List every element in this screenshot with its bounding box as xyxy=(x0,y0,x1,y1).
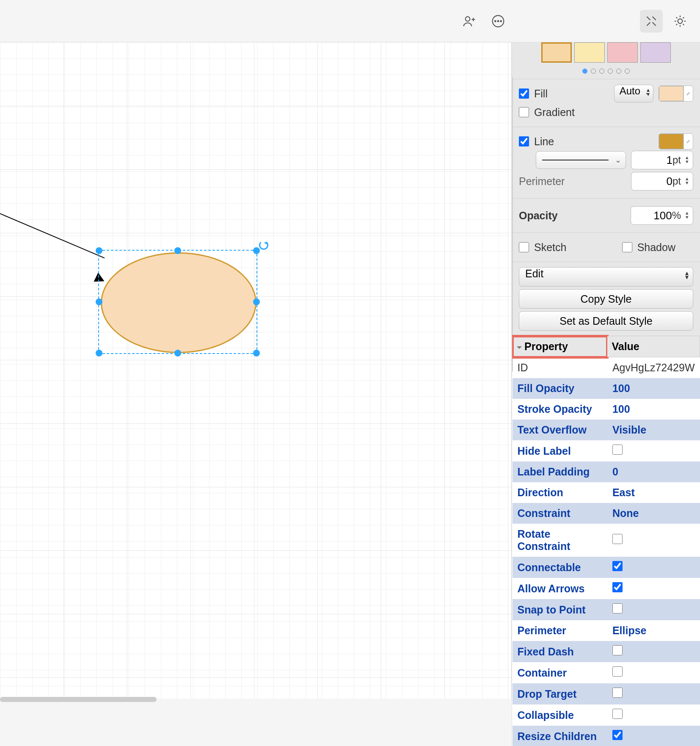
property-checkbox[interactable] xyxy=(612,709,623,719)
color-swatch[interactable] xyxy=(541,42,572,63)
line-width-input[interactable] xyxy=(637,154,672,167)
resize-handle-ne[interactable] xyxy=(253,247,260,254)
property-value[interactable]: 100 xyxy=(607,378,700,399)
fill-checkbox[interactable] xyxy=(519,88,529,99)
pager-dot[interactable] xyxy=(625,69,630,74)
property-row[interactable]: DirectionEast xyxy=(513,482,700,503)
property-row[interactable]: Allow Arrows xyxy=(513,578,700,599)
property-row[interactable]: Drop Target xyxy=(513,683,700,705)
pager-dot[interactable] xyxy=(582,69,587,74)
color-swatch[interactable] xyxy=(640,42,671,63)
property-row[interactable]: Hide Label xyxy=(513,440,700,461)
property-checkbox[interactable] xyxy=(612,688,623,698)
theme-button[interactable] xyxy=(669,10,692,33)
line-width-field[interactable]: pt ▴▾ xyxy=(631,151,693,169)
property-row[interactable]: Container xyxy=(513,662,700,683)
property-row[interactable]: PerimeterEllipse xyxy=(513,620,700,641)
fill-color-chip[interactable] xyxy=(659,86,693,102)
sketch-checkbox[interactable] xyxy=(519,242,529,252)
resize-handle-nw[interactable] xyxy=(96,247,102,254)
color-swatch[interactable] xyxy=(574,42,605,63)
line-color-chip[interactable] xyxy=(659,133,693,149)
property-checkbox[interactable] xyxy=(612,445,623,455)
edit-menu[interactable]: Edit▴▾ xyxy=(519,267,693,287)
fill-mode-select[interactable]: Auto▴▾ xyxy=(614,85,653,102)
set-default-style-button[interactable]: Set as Default Style xyxy=(519,311,693,331)
pager-dot[interactable] xyxy=(608,69,613,74)
resize-handle-se[interactable] xyxy=(253,350,260,356)
resize-handle-sw[interactable] xyxy=(96,350,102,356)
line-checkbox[interactable] xyxy=(519,136,529,146)
property-checkbox[interactable] xyxy=(612,561,623,571)
selected-shape[interactable] xyxy=(98,250,257,354)
property-value xyxy=(607,662,700,683)
property-value[interactable]: 0 xyxy=(607,461,700,482)
palette-pager[interactable] xyxy=(512,68,700,79)
property-value[interactable]: 100 xyxy=(607,399,700,420)
tools-icon xyxy=(645,14,658,28)
opacity-field[interactable]: % ▴▾ xyxy=(631,206,693,225)
svg-point-5 xyxy=(678,19,683,23)
property-checkbox[interactable] xyxy=(612,534,623,544)
property-checkbox[interactable] xyxy=(612,666,623,677)
property-row[interactable]: IDAgvHgLz72429W xyxy=(513,357,700,379)
pager-dot[interactable] xyxy=(599,69,604,74)
canvas[interactable] xyxy=(0,42,512,699)
property-key: Collapsible xyxy=(513,705,607,726)
line-style-select[interactable]: ⌄ xyxy=(536,151,626,169)
value-header[interactable]: Value xyxy=(607,336,700,357)
resize-handle-s[interactable] xyxy=(174,350,181,356)
property-checkbox[interactable] xyxy=(612,603,623,613)
property-row[interactable]: Resize Children xyxy=(513,726,700,746)
property-key: Fixed Dash xyxy=(513,641,607,662)
ellipse-shape[interactable] xyxy=(101,252,256,353)
property-row[interactable]: Stroke Opacity100 xyxy=(513,399,700,420)
tools-button[interactable] xyxy=(640,10,663,33)
property-value[interactable]: AgvHgLz72429W xyxy=(607,357,700,379)
pager-dot[interactable] xyxy=(591,69,596,74)
property-table: Property Value IDAgvHgLz72429WFill Opaci… xyxy=(512,336,700,746)
property-key: Perimeter xyxy=(513,620,607,641)
copy-style-button[interactable]: Copy Style xyxy=(519,289,693,309)
property-row[interactable]: Connectable xyxy=(513,557,700,578)
property-row[interactable]: Collapsible xyxy=(513,705,700,726)
perimeter-input[interactable] xyxy=(637,175,672,188)
shadow-checkbox[interactable] xyxy=(622,242,632,252)
property-row[interactable]: ConstraintNone xyxy=(513,503,700,524)
property-row[interactable]: Rotate Constraint xyxy=(513,524,700,557)
perimeter-field[interactable]: pt ▴▾ xyxy=(631,172,693,191)
resize-handle-e[interactable] xyxy=(253,298,260,305)
property-key: Stroke Opacity xyxy=(513,399,607,420)
property-value xyxy=(607,524,700,557)
connector-arrow[interactable] xyxy=(0,210,105,258)
gradient-checkbox[interactable] xyxy=(519,107,529,117)
property-row[interactable]: Label Padding0 xyxy=(513,461,700,482)
pager-dot[interactable] xyxy=(616,69,621,74)
property-row[interactable]: Snap to Point xyxy=(513,599,700,620)
property-checkbox[interactable] xyxy=(612,730,623,740)
resize-handle-w[interactable] xyxy=(96,298,102,305)
stepper-down[interactable]: ▾ xyxy=(683,160,690,164)
property-value xyxy=(607,683,700,705)
resize-handle-n[interactable] xyxy=(174,247,181,254)
stepper-down[interactable]: ▾ xyxy=(683,216,690,220)
property-checkbox[interactable] xyxy=(612,645,623,655)
property-checkbox[interactable] xyxy=(612,582,623,592)
property-value[interactable]: None xyxy=(607,503,700,524)
property-value[interactable]: East xyxy=(607,482,700,503)
stepper-down[interactable]: ▾ xyxy=(683,181,690,185)
canvas-hscrollbar[interactable] xyxy=(0,697,157,702)
property-value[interactable]: Visible xyxy=(607,420,700,440)
panel-vscrollbar[interactable] xyxy=(512,76,513,373)
property-row[interactable]: Fixed Dash xyxy=(513,641,700,662)
color-swatch[interactable] xyxy=(607,42,638,63)
opacity-input[interactable] xyxy=(636,209,672,222)
property-header[interactable]: Property xyxy=(513,336,607,357)
property-row[interactable]: Fill Opacity100 xyxy=(513,378,700,399)
chevron-down-icon: ⌄ xyxy=(615,155,621,165)
property-value[interactable]: Ellipse xyxy=(607,620,700,641)
property-row[interactable]: Text OverflowVisible xyxy=(513,420,700,440)
share-button[interactable] xyxy=(458,10,481,33)
rotate-handle[interactable] xyxy=(259,240,268,250)
more-button[interactable] xyxy=(487,10,510,33)
